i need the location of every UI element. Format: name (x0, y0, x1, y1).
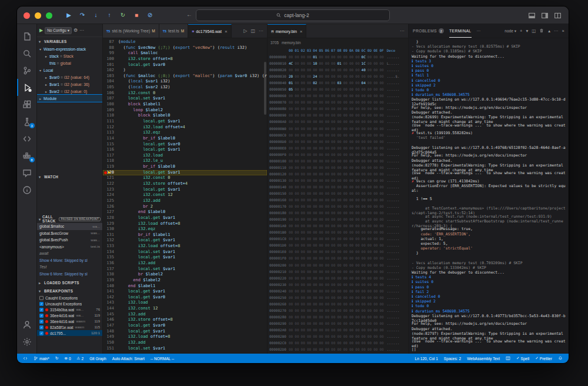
hex-byte[interactable]: 00 (313, 99, 319, 105)
variables-header[interactable]: ▾VARIABLES (37, 37, 102, 45)
hex-byte[interactable]: 00 (325, 158, 331, 164)
hex-byte[interactable]: 00 (319, 197, 325, 203)
code-line-111[interactable]: 111 local.get $var1 (103, 119, 267, 125)
hex-byte[interactable]: 00 (331, 60, 337, 66)
hex-byte[interactable]: 00 (337, 229, 343, 235)
more-actions-icon[interactable]: ··· (79, 28, 84, 33)
hex-byte[interactable]: 00 (325, 99, 331, 105)
hex-byte[interactable]: 00 (325, 145, 331, 151)
variable-row[interactable]: ▸stack=Stack (37, 52, 102, 59)
hex-byte[interactable]: 00 (301, 190, 307, 197)
hex-byte[interactable]: 00 (373, 92, 379, 99)
hex-row[interactable]: 000000C000000000000000000000000000000000… (268, 132, 408, 138)
hex-byte[interactable]: 00 (355, 92, 361, 99)
hex-byte[interactable]: 00 (337, 222, 343, 229)
hex-byte[interactable]: 00 (313, 105, 319, 112)
hex-byte[interactable]: 00 (313, 346, 319, 352)
hex-byte[interactable]: 00 (355, 229, 361, 235)
hex-byte[interactable]: 00 (325, 177, 331, 184)
hex-byte[interactable]: 00 (313, 118, 319, 125)
hex-byte[interactable]: 00 (295, 145, 300, 151)
status-warnings[interactable]: ⚠2 (75, 354, 86, 363)
hex-row[interactable]: 0000015000000000000000000000000000000000… (268, 190, 408, 197)
hex-byte[interactable]: 00 (289, 340, 295, 346)
hex-byte[interactable]: 00 (337, 177, 343, 184)
hex-byte[interactable]: 00 (295, 158, 300, 164)
hex-byte[interactable]: 00 (289, 138, 295, 145)
hex-byte[interactable]: 00 (349, 294, 355, 301)
hex-byte[interactable]: 00 (355, 197, 361, 203)
hex-byte[interactable]: 00 (289, 145, 295, 151)
hex-byte[interactable]: 00 (301, 92, 307, 99)
hex-byte[interactable]: 00 (295, 262, 300, 268)
hex-byte[interactable]: 00 (362, 145, 368, 151)
hex-byte[interactable]: 00 (301, 248, 307, 255)
hex-byte[interactable]: 00 (373, 177, 379, 184)
hex-row[interactable]: 0000007000000000000000000000000000000000… (268, 99, 408, 105)
hex-byte[interactable]: 00 (368, 197, 373, 203)
hex-byte[interactable]: 00 (368, 138, 373, 145)
hex-byte[interactable]: 00 (362, 184, 368, 190)
code-line-118[interactable]: 118 i32.le_u (103, 158, 267, 164)
gear-icon[interactable]: ⚙ (74, 28, 78, 33)
hex-byte[interactable]: 00 (337, 327, 343, 333)
hex-byte[interactable]: 00 (368, 92, 373, 99)
hex-byte[interactable]: 00 (349, 190, 355, 197)
code-editor[interactable]: 87(module88 (func $vecNew (;7;) (export … (103, 38, 267, 354)
hex-byte[interactable]: 00 (289, 242, 295, 248)
hex-byte[interactable]: 00 (355, 222, 361, 229)
hex-byte[interactable]: 00 (349, 288, 355, 294)
hex-byte[interactable]: 03 (337, 79, 343, 86)
hex-byte[interactable]: 00 (379, 307, 385, 314)
hex-byte[interactable]: 00 (373, 60, 379, 66)
stack-frame[interactable]: global.$mallocwa... (37, 223, 102, 230)
activity-run-and-debug[interactable] (17, 79, 37, 96)
hex-byte[interactable]: 00 (379, 209, 385, 216)
close-window-button[interactable] (24, 12, 30, 19)
hex-row[interactable]: 0000029000000000000000000000000000000000… (268, 320, 408, 327)
hex-byte[interactable]: 00 (337, 340, 343, 346)
hex-byte[interactable]: 00 (289, 112, 295, 118)
hex-byte[interactable]: 00 (331, 242, 337, 248)
stack-frame[interactable]: Show 6 More: Skipped by sl (37, 271, 102, 278)
hex-byte[interactable]: 00 (337, 197, 343, 203)
hex-byte[interactable]: 00 (349, 301, 355, 307)
hex-byte[interactable]: 00 (319, 112, 325, 118)
hex-byte[interactable]: 00 (307, 190, 313, 197)
hex-byte[interactable]: 00 (368, 268, 373, 275)
hex-row[interactable]: 0000027000000000000000000000000000000000… (268, 307, 408, 314)
hex-byte[interactable]: 00 (349, 242, 355, 248)
stack-frame[interactable]: Show 4 More: Skipped by sl (37, 257, 102, 264)
code-line-106[interactable]: 106 i32.const 0 (103, 91, 267, 96)
hex-byte[interactable]: 00 (307, 145, 313, 151)
hex-byte[interactable]: 00 (307, 301, 313, 307)
hex-byte[interactable]: 00 (362, 158, 368, 164)
hex-byte[interactable]: 00 (337, 118, 343, 125)
hex-row[interactable]: 0000028000000000000000000000000000000000… (268, 314, 408, 320)
hex-byte[interactable]: 00 (337, 132, 343, 138)
code-line-105[interactable]: 105 (local $var2 i32) (103, 85, 267, 91)
hex-byte[interactable]: 00 (373, 54, 379, 60)
hex-byte[interactable]: 00 (295, 275, 300, 281)
hex-byte[interactable]: 00 (313, 262, 319, 268)
hex-byte[interactable]: 00 (301, 60, 307, 66)
hex-byte[interactable]: 00 (373, 132, 379, 138)
code-line-146[interactable]: 146 i32.store offset=8 (103, 317, 267, 323)
hex-byte[interactable]: 00 (331, 268, 337, 275)
hex-byte[interactable]: 00 (331, 145, 337, 151)
hex-row[interactable]: 0000010000000000000000000000000000000000… (268, 158, 408, 164)
code-line-88[interactable]: 88 (func $vecNew (;7;) (export "vecNew")… (103, 45, 267, 51)
hex-byte[interactable]: 00 (313, 145, 319, 151)
hex-byte[interactable]: 00 (355, 216, 361, 222)
hex-byte[interactable]: 00 (313, 281, 319, 288)
hex-byte[interactable]: 00 (343, 209, 349, 216)
hex-byte[interactable]: 00 (325, 320, 331, 327)
hex-byte[interactable]: 00 (295, 105, 300, 112)
hex-byte[interactable]: 00 (295, 248, 300, 255)
hex-row[interactable]: 000000F000000000000000000000000000000000… (268, 151, 408, 158)
hex-row[interactable]: 0000008000000000000000000000000000000000… (268, 105, 408, 112)
hex-byte[interactable]: 00 (368, 99, 373, 105)
hex-byte[interactable]: 00 (355, 242, 361, 248)
hex-byte[interactable]: 40 (362, 66, 368, 73)
hex-byte[interactable]: 00 (307, 294, 313, 301)
